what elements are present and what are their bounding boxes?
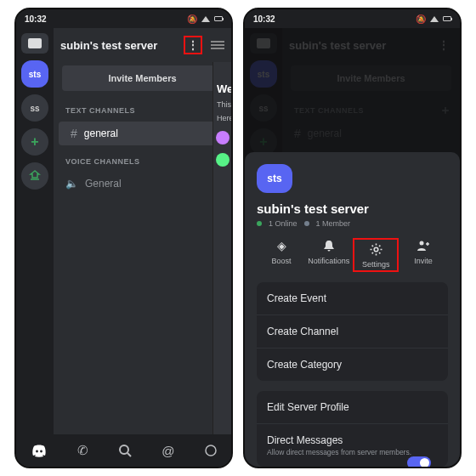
invite-label: Invite: [414, 257, 433, 265]
create-channel-item[interactable]: Create Channel: [257, 315, 448, 348]
add-server-button[interactable]: +: [21, 128, 48, 156]
channel-name: general: [84, 128, 118, 139]
settings-label: Settings: [362, 260, 390, 269]
guild-sts[interactable]: sts: [21, 60, 48, 88]
status-bar: 10:32 🔕: [16, 9, 231, 28]
member-count: 1 Member: [316, 219, 351, 228]
svg-point-3: [120, 445, 128, 454]
edit-server-profile-item[interactable]: Edit Server Profile: [257, 391, 448, 424]
guild-sidebar: sts ss +: [16, 28, 54, 434]
voice-channel-name: General: [85, 178, 122, 190]
create-category-item[interactable]: Create Category: [257, 348, 448, 381]
hash-icon: #: [71, 127, 77, 140]
text-channels-label: TEXT CHANNELS: [65, 106, 135, 115]
avatar: [216, 131, 230, 144]
direct-messages-item[interactable]: Direct Messages Allow direct messages fr…: [257, 424, 448, 467]
notifications-button[interactable]: Notifications: [306, 238, 352, 272]
signal-icon: [430, 16, 439, 22]
discover-hub-button[interactable]: [21, 162, 48, 190]
nav-mentions-icon[interactable]: @: [162, 444, 174, 458]
server-icon: sts: [257, 164, 292, 193]
svg-point-2: [41, 450, 43, 452]
svg-rect-0: [28, 38, 42, 48]
svg-line-4: [128, 453, 131, 456]
actions-row: ◈ Boost Notifications Settings Invite: [257, 238, 448, 272]
gear-icon: [370, 241, 382, 257]
menu-card-1: Create Event Create Channel Create Categ…: [257, 282, 448, 381]
status-time: 10:32: [253, 14, 275, 24]
server-actions-sheet: sts subin's test server 1 Online 1 Membe…: [245, 152, 460, 467]
svg-point-8: [419, 241, 423, 246]
boost-icon: ◈: [277, 238, 286, 253]
bell-icon: [323, 238, 335, 253]
dm-title: Direct Messages: [267, 434, 438, 446]
status-icons: 🔕: [416, 14, 451, 24]
status-time: 10:32: [25, 14, 47, 24]
server-name: subin's test server: [257, 201, 448, 216]
online-count: 1 Online: [269, 219, 298, 228]
server-header[interactable]: subin's test server ⋮: [54, 28, 231, 62]
battery-icon: [443, 16, 451, 21]
peek-line2: Here: [213, 114, 231, 122]
phone-screenshot-left: 10:32 🔕 sts ss + subin's test server ⋮: [14, 8, 233, 468]
online-dot-icon: [257, 221, 262, 226]
create-event-item[interactable]: Create Event: [257, 282, 448, 315]
settings-button[interactable]: Settings: [353, 238, 399, 272]
voice-channels-header[interactable]: VOICE CHANNELS ＋: [54, 145, 231, 173]
svg-point-7: [374, 247, 378, 252]
server-title: subin's test server: [60, 39, 178, 52]
battery-icon: [214, 16, 223, 21]
status-bar: 10:32 🔕: [245, 9, 460, 28]
voice-channels-label: VOICE CHANNELS: [65, 157, 140, 166]
more-vertical-icon: ⋮: [187, 38, 199, 52]
invite-members-label: Invite Members: [108, 73, 176, 83]
guild-ss[interactable]: ss: [21, 94, 48, 122]
dm-button[interactable]: [21, 33, 48, 54]
chat-peek: We This Here: [212, 62, 231, 434]
channel-general[interactable]: # general: [59, 122, 226, 145]
member-dot-icon: [304, 221, 309, 226]
boost-label: Boost: [271, 257, 291, 265]
avatar: [216, 153, 230, 167]
server-menu-button[interactable]: ⋮: [184, 36, 202, 54]
status-icons: 🔕: [187, 14, 223, 24]
peek-title: We: [213, 82, 231, 95]
channel-pane: subin's test server ⋮ Invite Members TEX…: [54, 28, 231, 434]
voice-general[interactable]: 🔈 General: [54, 173, 231, 195]
dm-subtitle: Allow direct messages from server member…: [267, 448, 438, 456]
menu-card-2: Edit Server Profile Direct Messages Allo…: [257, 391, 448, 467]
peek-line1: This: [213, 100, 231, 109]
nav-friends-icon[interactable]: ✆: [77, 443, 88, 458]
phone-screenshot-right: 10:32 🔕 sts ss + subin's test server ⋮ I…: [243, 8, 462, 468]
invite-button[interactable]: Invite: [400, 238, 446, 272]
speaker-icon: 🔈: [65, 178, 78, 190]
invite-members-button[interactable]: Invite Members: [62, 65, 223, 91]
nav-profile-icon[interactable]: [205, 445, 217, 456]
dnd-icon: 🔕: [416, 14, 426, 24]
svg-point-5: [206, 445, 216, 456]
dnd-icon: 🔕: [187, 14, 197, 24]
dm-toggle[interactable]: [407, 456, 431, 468]
boost-button[interactable]: ◈ Boost: [258, 238, 304, 272]
hamburger-icon[interactable]: [211, 41, 224, 49]
notifications-label: Notifications: [308, 257, 349, 265]
server-status: 1 Online 1 Member: [257, 219, 448, 228]
bottom-nav: ✆ @: [16, 434, 231, 467]
text-channels-header[interactable]: TEXT CHANNELS ＋: [54, 94, 231, 122]
nav-search-icon[interactable]: [118, 444, 132, 457]
nav-discord-icon[interactable]: [31, 445, 48, 457]
signal-icon: [201, 16, 210, 22]
person-plus-icon: [416, 238, 430, 253]
svg-point-1: [37, 450, 39, 452]
